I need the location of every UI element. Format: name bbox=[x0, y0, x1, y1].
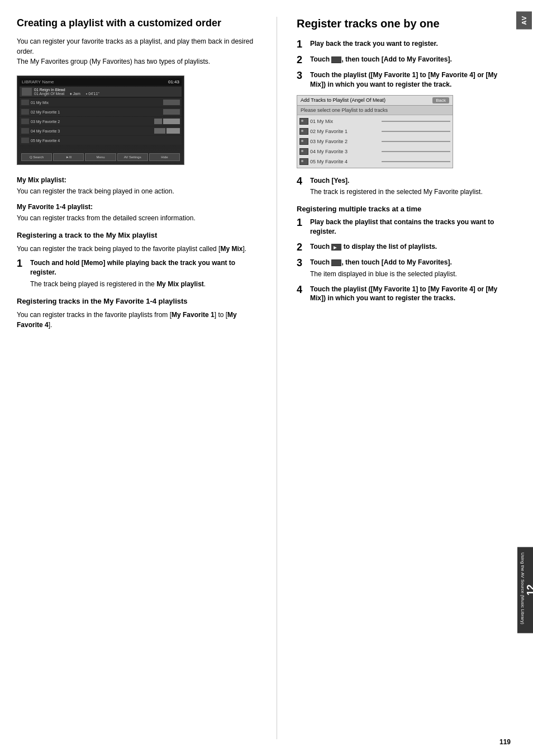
step-4-content: Touch [Yes]. The track is registered in … bbox=[310, 176, 498, 197]
my-mix-text: You can register the track being played … bbox=[17, 186, 257, 196]
step-4-sub: The track is registered in the selected … bbox=[310, 187, 498, 197]
playlist-row-text-2: 02 My Favorite 1 bbox=[310, 129, 379, 134]
playlist-row-4: 04 My Favorite 3 bbox=[297, 147, 453, 157]
playlist-row-3: 03 My Favorite 2 bbox=[297, 136, 453, 147]
chapter-tab: Using the AV Source (Music Library) 12 C… bbox=[517, 547, 533, 633]
back-button[interactable]: Back bbox=[432, 97, 449, 103]
multi-step-3: 3 Touch , then touch [Add to My Favorite… bbox=[297, 258, 498, 279]
hide-btn[interactable]: Hide bbox=[149, 153, 180, 161]
main-content: Creating a playlist with a customized or… bbox=[0, 0, 515, 756]
scr-row: 01 My Mix bbox=[20, 98, 182, 107]
multi-step-1-content: Play back the playlist that contains the… bbox=[310, 218, 498, 237]
multi-step-3-content: Touch , then touch [Add to My Favorites]… bbox=[310, 258, 498, 279]
row-icon bbox=[21, 109, 29, 115]
playlist-box: Add Tracks to Playlist (Angel Of Meat) B… bbox=[297, 95, 453, 168]
multi-step-1-main: Play back the playlist that contains the… bbox=[310, 218, 498, 237]
scr-header-right: 01:43 bbox=[168, 79, 179, 84]
multi-step-4: 4 Touch the playlist ([My Favorite 1] to… bbox=[297, 285, 498, 304]
left-title: Creating a playlist with a customized or… bbox=[17, 17, 257, 30]
row-btn bbox=[163, 109, 180, 115]
right-column: Register tracks one by one 1 Play back t… bbox=[297, 17, 498, 739]
search-btn[interactable]: Q Search bbox=[21, 153, 52, 161]
menu-icon-2 bbox=[331, 259, 341, 266]
row-btn-c bbox=[166, 128, 180, 134]
row-btn-b bbox=[163, 119, 180, 124]
menu-btn[interactable]: Menu bbox=[85, 153, 116, 161]
my-mix-heading: My Mix playlist: bbox=[17, 176, 257, 184]
chapter-number: 12 bbox=[525, 584, 533, 596]
playlist-row-bar-5 bbox=[382, 161, 450, 162]
right-step-4: 4 Touch [Yes]. The track is registered i… bbox=[297, 176, 498, 197]
now-playing-info: 01 Reign In Blead 01 Angel Of Meat ♦ Jam… bbox=[34, 88, 99, 96]
scr-row: 03 My Favorite 2 bbox=[20, 117, 182, 126]
side-tab: AV Using the AV Source (Music Library) 1… bbox=[515, 0, 533, 756]
subsection2-text: You can register tracks in the favorite … bbox=[17, 310, 257, 330]
row-icon bbox=[21, 128, 29, 134]
playlist-row-icon-1 bbox=[299, 118, 308, 125]
left-step-1: 1 Touch and hold [Memo] while playing ba… bbox=[17, 258, 257, 289]
av-tab: AV bbox=[516, 11, 532, 29]
step-1-content: Touch and hold [Memo] while playing back… bbox=[30, 258, 257, 289]
playlist-row-icon-2 bbox=[299, 128, 308, 135]
left-column: Creating a playlist with a customized or… bbox=[17, 17, 257, 739]
row-control bbox=[154, 128, 165, 134]
subsection2-heading: Registering tracks in the My Favorite 1-… bbox=[17, 297, 257, 306]
subsection1-heading: Registering a track to the My Mix playli… bbox=[17, 231, 257, 240]
playlist-row-2: 02 My Favorite 1 bbox=[297, 126, 453, 136]
scr-thumb bbox=[22, 88, 32, 96]
right-step-1: 1 Play back the track you want to regist… bbox=[297, 39, 498, 49]
page-container: Creating a playlist with a customized or… bbox=[0, 0, 533, 756]
right-step-3: 3 Touch the playlist ([My Favorite 1] to… bbox=[297, 70, 498, 89]
playlist-row-icon-5 bbox=[299, 158, 308, 165]
row-text: 04 My Favorite 3 bbox=[31, 129, 153, 133]
row-icon bbox=[21, 100, 29, 105]
step-1-sub: The track being played is registered in … bbox=[30, 279, 257, 289]
row-text: 02 My Favorite 1 bbox=[31, 110, 161, 114]
right-step-2: 2 Touch , then touch [Add to My Favorite… bbox=[297, 55, 498, 65]
playlist-row-bar-2 bbox=[382, 131, 450, 132]
row-btn bbox=[163, 100, 180, 105]
scr-row: 05 My Favorite 4 bbox=[20, 136, 182, 145]
row-text: 03 My Favorite 2 bbox=[31, 120, 153, 124]
step-1-content: Play back the track you want to register… bbox=[310, 39, 498, 49]
step-number-1: 1 bbox=[17, 258, 26, 268]
my-fav-heading: My Favorite 1-4 playlist: bbox=[17, 203, 257, 211]
playlist-icon bbox=[331, 244, 341, 251]
multi-step-3-main: Touch , then touch [Add to My Favorites]… bbox=[310, 258, 498, 267]
multi-step-2-content: Touch to display the list of playlists. bbox=[310, 242, 498, 252]
playlist-row-text-1: 01 My Mix bbox=[310, 119, 379, 124]
now-playing-sub: 01 Angel Of Meat ♦ Jam • 04'11" bbox=[34, 92, 99, 96]
step-2-content: Touch , then touch [Add to My Favorites]… bbox=[310, 55, 498, 64]
scr-row: 04 My Favorite 3 bbox=[20, 126, 182, 135]
multi-step-number-2: 2 bbox=[297, 242, 306, 252]
step-2-main: Touch , then touch [Add to My Favorites]… bbox=[310, 55, 498, 64]
menu-icon bbox=[331, 56, 341, 63]
screenshot-box: LIBRARY Name 01:43 01 Reign In Blead 01 … bbox=[17, 75, 184, 165]
row-icon bbox=[21, 138, 29, 143]
play-pause-btn[interactable]: ►/ll bbox=[53, 153, 84, 161]
multi-step-4-main: Touch the playlist ([My Favorite 1] to [… bbox=[310, 285, 498, 304]
my-fav-text: You can register tracks from the detaile… bbox=[17, 213, 257, 223]
subsection1-text: You can register the track being played … bbox=[17, 244, 257, 254]
scr-rows: 01 My Mix 02 My Favorite 1 03 My Favorit… bbox=[20, 98, 182, 152]
playlist-row-bar-3 bbox=[382, 141, 450, 142]
step-number-2: 2 bbox=[297, 55, 306, 65]
step-number-3: 3 bbox=[297, 70, 306, 81]
av-settings-btn[interactable]: AV Settings bbox=[117, 153, 148, 161]
step-4-main: Touch [Yes]. bbox=[310, 176, 498, 186]
playlist-row-1: 01 My Mix bbox=[297, 116, 453, 126]
playlist-row-bar-4 bbox=[382, 151, 450, 152]
playlist-box-header: Add Tracks to Playlist (Angel Of Meat) B… bbox=[297, 96, 453, 106]
step-number-4: 4 bbox=[297, 176, 306, 186]
multi-step-number-3: 3 bbox=[297, 258, 306, 268]
screenshot-inner: LIBRARY Name 01:43 01 Reign In Blead 01 … bbox=[17, 76, 184, 164]
playlist-row-icon-3 bbox=[299, 138, 308, 145]
playlist-row-icon-4 bbox=[299, 148, 308, 155]
right-title: Register tracks one by one bbox=[297, 17, 498, 30]
now-playing-track: 01 Reign In Blead bbox=[34, 88, 99, 92]
multi-step-3-sub: The item displayed in blue is the select… bbox=[310, 269, 498, 279]
scr-row: 02 My Favorite 1 bbox=[20, 107, 182, 116]
row-icon-b bbox=[154, 119, 162, 124]
playlist-row-5: 05 My Favorite 4 bbox=[297, 157, 453, 167]
intro-text: You can register your favorite tracks as… bbox=[17, 36, 257, 67]
